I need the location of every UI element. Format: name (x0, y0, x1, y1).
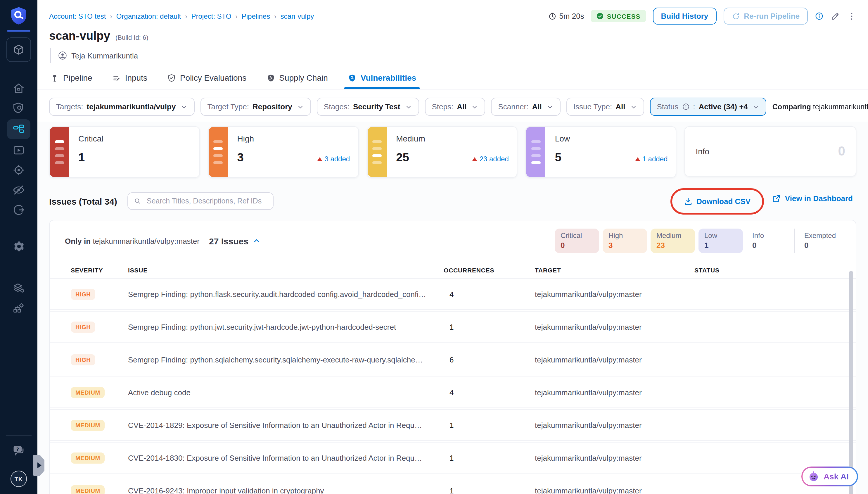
sidebar-divider (6, 435, 32, 436)
breadcrumb-project[interactable]: Project: STO (191, 12, 231, 20)
filter-steps[interactable]: Steps:All (425, 98, 485, 116)
help-button[interactable] (7, 441, 31, 459)
person-icon (58, 51, 67, 60)
table-scrollbar[interactable] (849, 271, 853, 494)
breadcrumb-pipelines[interactable]: Pipelines (242, 12, 270, 20)
issue-row[interactable]: MEDIUM CVE-2014-1830: Exposure of Sensit… (50, 442, 856, 473)
download-csv-annotation: Download CSV (670, 188, 764, 214)
breadcrumb-separator: › (274, 13, 276, 20)
issues-search[interactable] (128, 192, 274, 210)
severity-badge: HIGH (71, 289, 95, 300)
nav-settings[interactable] (7, 238, 31, 255)
added-delta: 23 added (472, 155, 509, 163)
nav-home[interactable] (7, 79, 31, 97)
tab-pipeline[interactable]: Pipeline (49, 66, 94, 89)
nav-overview[interactable] (7, 99, 31, 117)
edit-pipeline-button[interactable] (831, 12, 840, 21)
issue-row[interactable]: HIGH Semgrep Finding: python.jwt.securit… (50, 311, 856, 342)
severity-card-low[interactable]: Low 5 1 added (526, 126, 677, 178)
download-csv-button[interactable]: Download CSV (680, 196, 754, 206)
card-label: Critical (78, 134, 191, 143)
harness-sto-logo[interactable] (9, 6, 28, 26)
info-icon (682, 103, 690, 111)
more-options-button[interactable] (847, 12, 856, 21)
build-duration: 5m 20s (548, 12, 584, 20)
chevron-down-icon (630, 103, 637, 110)
ai-robot-icon (808, 471, 819, 482)
issue-title: Semgrep Finding: python.jwt.security.jwt… (128, 322, 444, 331)
card-label: Info (696, 147, 709, 156)
chevron-down-icon (546, 103, 554, 110)
comparing-info: Comparing tejakummarikuntla/vulpy:master… (772, 102, 868, 111)
breadcrumb-current[interactable]: scan-vulpy (281, 12, 314, 20)
col-occurrences: OCCURRENCES (444, 267, 535, 273)
ask-ai-button[interactable]: Ask AI (802, 467, 858, 487)
shield-search-icon (12, 102, 25, 115)
filter-scanner[interactable]: Scanner:All (491, 98, 560, 116)
chevron-down-icon (471, 103, 478, 110)
chevron-down-icon (753, 103, 759, 110)
home-icon (12, 82, 25, 95)
tab-inputs[interactable]: Inputs (111, 66, 149, 89)
user-avatar[interactable]: TK (11, 471, 27, 487)
search-input[interactable] (146, 196, 267, 206)
tab-supply-chain[interactable]: Supply Chain (265, 66, 329, 89)
module-selector-button[interactable] (6, 37, 31, 62)
filter-stages[interactable]: Stages:Security Test (317, 98, 419, 116)
only-in-label: Only in tejakummarikuntla/vulpy:master (65, 236, 199, 245)
card-count: 0 (838, 144, 845, 159)
card-label: Low (555, 134, 668, 143)
issues-header-row: Issues (Total 34) Download CSV View in D… (49, 191, 856, 212)
policy-shield-icon (167, 73, 176, 82)
added-delta: 3 added (317, 155, 350, 163)
chip-info: Info0 (747, 229, 791, 253)
filter-targets[interactable]: Targets:tejakummarikuntla/vulpy (49, 98, 194, 116)
card-label: High (237, 134, 350, 143)
breadcrumb-organization[interactable]: Organization: default (116, 12, 181, 20)
col-target: TARGET (535, 267, 694, 273)
clock-icon (548, 12, 556, 20)
tab-policy-evaluations[interactable]: Policy Evaluations (166, 66, 248, 89)
nav-getting-started[interactable] (7, 201, 31, 218)
severity-card-medium[interactable]: Medium 25 23 added (367, 126, 518, 178)
tab-vulnerabilities[interactable]: Vulnerabilities (347, 66, 417, 89)
build-history-button[interactable]: Build History (653, 7, 716, 24)
nav-pipelines[interactable] (7, 119, 31, 139)
issue-row[interactable]: MEDIUM CVE-2016-9243: Improper input val… (50, 475, 856, 494)
severity-card-critical[interactable]: Critical 1 (49, 126, 200, 178)
filter-target-type[interactable]: Target Type:Repository (200, 98, 311, 116)
chip-low: Low1 (698, 229, 743, 253)
issue-row[interactable]: HIGH Semgrep Finding: python.sqlalchemy.… (50, 344, 856, 375)
external-link-icon (772, 194, 781, 203)
rerun-info-button[interactable] (815, 12, 824, 20)
severity-card-high[interactable]: High 3 3 added (208, 126, 359, 178)
search-icon (134, 197, 141, 205)
nav-executions[interactable] (7, 141, 31, 159)
severity-card-info[interactable]: Info 0 (684, 126, 856, 176)
col-severity: SEVERITY (71, 267, 128, 273)
breadcrumb-separator: › (110, 13, 112, 20)
issue-row[interactable]: MEDIUM Active debug code 4 tejakummariku… (50, 377, 856, 407)
rerun-pipeline-button[interactable]: Re-run Pipeline (723, 7, 808, 24)
issue-row[interactable]: MEDIUM CVE-2014-1829: Exposure of Sensit… (50, 410, 856, 440)
target-value: tejakummarikuntla/vulpy:master (535, 486, 694, 494)
filter-status[interactable]: Status : Active (34) +4 (650, 98, 766, 116)
filter-issue-type[interactable]: Issue Type:All (566, 98, 644, 116)
nav-exemptions[interactable] (7, 181, 31, 199)
nav-environments[interactable] (7, 280, 31, 297)
top-bar: Account: STO test › Organization: defaul… (37, 0, 868, 63)
issues-panel: Only in tejakummarikuntla/vulpy:master 2… (49, 220, 856, 494)
added-triangle-icon (635, 157, 640, 161)
severity-badge: MEDIUM (71, 420, 105, 431)
occurrences-value: 1 (444, 453, 535, 462)
nav-targets[interactable] (7, 162, 31, 179)
issues-count-toggle[interactable]: 27 Issues (209, 236, 261, 246)
nav-infrastructure[interactable] (7, 299, 31, 317)
download-icon (683, 197, 692, 206)
view-in-dashboard-button[interactable]: View in Dashboard (769, 193, 856, 204)
breadcrumb-account[interactable]: Account: STO test (49, 12, 106, 20)
status-badge: SUCCESS (591, 10, 646, 22)
execution-tabs: Pipeline Inputs Policy Evaluations Suppl… (37, 66, 868, 90)
occurrences-value: 4 (444, 388, 535, 397)
issue-row[interactable]: HIGH Semgrep Finding: python.flask.secur… (50, 279, 856, 309)
